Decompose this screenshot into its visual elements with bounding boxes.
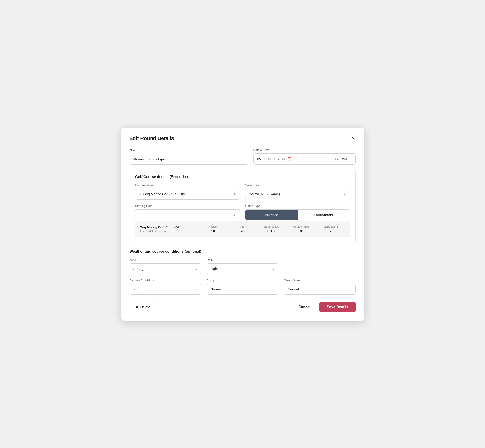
modal-title: Edit Round Details — [129, 136, 174, 141]
course-name-field: Course Name ⚲ Gog Magog Golf Club - Old … — [135, 184, 240, 200]
green-speed-field: Green Speed Normal ⌄ — [284, 279, 356, 295]
clear-icon[interactable]: × — [234, 192, 236, 196]
tournament-button[interactable]: Tournament — [298, 210, 350, 220]
course-info-card: Gog Magog Golf Club - Old, Shelford Bott… — [135, 221, 350, 237]
rain-dropdown[interactable]: Light ⌄ — [207, 263, 278, 274]
holes-stat: Holes 18 — [199, 225, 228, 233]
slope-rating-value: - — [316, 229, 345, 233]
date-time-inputs: 05 / 12 / 2021 📅 7:31 AM — [253, 153, 356, 165]
chevron-down-icon-rain: ⌄ — [272, 267, 275, 271]
par-stat: Par 70 — [228, 225, 257, 233]
time-value: 7:31 AM — [334, 157, 347, 161]
game-type-field: Game Type Practice Tournament — [245, 204, 350, 220]
green-speed-dropdown[interactable]: Normal ⌄ — [284, 284, 356, 295]
yards-label: Yards(Yellow) — [257, 225, 287, 228]
green-speed-value: Normal — [288, 287, 299, 291]
select-tee-dropdown[interactable]: Yellow (6,156 yards) ⌄ — [245, 189, 350, 200]
golf-course-card: Golf Course details (Essential) Course N… — [129, 169, 356, 243]
slope-rating-label: Slope rating — [316, 225, 345, 228]
par-label: Par — [228, 225, 257, 228]
course-name-value: Gog Magog Golf Club - Old — [144, 192, 232, 196]
practice-button[interactable]: Practice — [245, 210, 298, 220]
title-date-row: Title Date & Time 05 / 12 / 2021 📅 7:31 … — [129, 148, 356, 165]
date-month: 05 — [257, 157, 261, 161]
yards-stat: Yards(Yellow) 6,156 — [257, 225, 287, 233]
wind-label: Wind — [129, 258, 201, 262]
rain-value: Light — [211, 267, 218, 271]
select-tee-field: Select Tee Yellow (6,156 yards) ⌄ — [245, 184, 350, 200]
course-tee-row: Course Name ⚲ Gog Magog Golf Club - Old … — [135, 184, 350, 200]
chevron-down-icon-green: ⌄ — [349, 287, 352, 291]
game-type-toggle: Practice Tournament — [245, 209, 350, 220]
conditions-title: Weather and course conditions (optional) — [129, 249, 356, 254]
footer-right: Cancel Save Details — [294, 302, 356, 312]
conditions-grid: Wind Strong ⌄ Rain Light ⌄ — [129, 258, 356, 295]
wind-field: Wind Strong ⌄ — [129, 258, 201, 274]
modal-header: Edit Round Details × — [129, 135, 356, 142]
wind-dropdown[interactable]: Strong ⌄ — [129, 263, 201, 274]
title-label: Title — [129, 149, 248, 152]
yards-value: 6,156 — [257, 229, 287, 233]
chevron-down-icon-fairway: ⌄ — [195, 287, 197, 291]
fairway-dropdown[interactable]: Soft ⌄ — [129, 284, 201, 295]
select-tee-label: Select Tee — [245, 184, 350, 187]
footer-row: 🗑 Delete Cancel Save Details — [129, 302, 356, 312]
green-speed-label: Green Speed — [284, 279, 356, 282]
course-rating-value: 70 — [287, 229, 316, 233]
delete-button[interactable]: 🗑 Delete — [129, 302, 156, 312]
rough-value: Normal — [211, 287, 222, 291]
fairway-label: Fairway Conditions — [129, 279, 201, 282]
slope-rating-stat: Slope rating - — [316, 225, 345, 233]
course-rating-label: Course rating — [287, 225, 316, 228]
title-field-group: Title — [129, 149, 248, 165]
save-button[interactable]: Save Details — [319, 302, 356, 312]
rain-field: Rain Light ⌄ — [207, 258, 278, 274]
course-info-location: Shelford Bottom, UK — [140, 230, 199, 233]
course-info-name-block: Gog Magog Golf Club - Old, Shelford Bott… — [140, 225, 199, 233]
date-sep-2: / — [273, 157, 276, 161]
course-name-label: Course Name — [135, 184, 240, 187]
chevron-down-icon-wind: ⌄ — [195, 267, 197, 271]
fairway-field: Fairway Conditions Soft ⌄ — [129, 279, 201, 295]
chevron-down-icon-rough: ⌄ — [272, 287, 275, 291]
par-value: 70 — [228, 229, 257, 233]
delete-label: Delete — [140, 305, 150, 309]
trash-icon: 🗑 — [135, 305, 139, 309]
time-input[interactable]: 7:31 AM — [326, 153, 356, 165]
fairway-value: Soft — [133, 287, 140, 291]
date-time-container: Date & Time 05 / 12 / 2021 📅 7:31 AM — [253, 148, 356, 165]
title-input[interactable] — [129, 154, 248, 165]
fairway-rough-green-row: Fairway Conditions Soft ⌄ Rough Normal ⌄… — [129, 279, 356, 295]
edit-round-modal: Edit Round Details × Title Date & Time 0… — [121, 128, 364, 320]
rain-label: Rain — [207, 258, 278, 262]
rough-dropdown[interactable]: Normal ⌄ — [207, 284, 278, 295]
wind-value: Strong — [133, 267, 144, 271]
holes-label: Holes — [199, 225, 228, 228]
date-sep-1: / — [263, 157, 266, 161]
starting-hole-dropdown[interactable]: 1 ⌄ — [135, 209, 240, 220]
search-icon: ⚲ — [139, 192, 142, 196]
date-input[interactable]: 05 / 12 / 2021 📅 — [253, 153, 326, 165]
starting-hole-field: Starting Hole 1 ⌄ — [135, 204, 240, 220]
date-day: 12 — [267, 157, 271, 161]
chevron-down-icon-hole: ⌄ — [233, 213, 236, 216]
conditions-section: Weather and course conditions (optional)… — [129, 249, 356, 295]
game-type-label: Game Type — [245, 204, 350, 208]
calendar-icon: 📅 — [287, 157, 292, 161]
course-info-name-text: Gog Magog Golf Club - Old, — [140, 225, 199, 229]
close-button[interactable]: × — [351, 135, 356, 142]
date-time-label: Date & Time — [253, 148, 356, 152]
course-name-input[interactable]: ⚲ Gog Magog Golf Club - Old × — [135, 189, 240, 200]
chevron-down-icon: ⌄ — [343, 192, 346, 196]
course-rating-stat: Course rating 70 — [287, 225, 316, 233]
golf-course-title: Golf Course details (Essential) — [135, 175, 350, 179]
holes-value: 18 — [199, 229, 228, 233]
date-year: 2021 — [278, 157, 285, 161]
select-tee-value: Yellow (6,156 yards) — [249, 192, 280, 196]
hole-gametype-row: Starting Hole 1 ⌄ Game Type Practice Tou… — [135, 204, 350, 220]
rough-label: Rough — [207, 279, 278, 282]
cancel-button[interactable]: Cancel — [294, 302, 315, 312]
starting-hole-label: Starting Hole — [135, 204, 240, 208]
starting-hole-value: 1 — [139, 213, 141, 217]
rough-field: Rough Normal ⌄ — [207, 279, 278, 295]
